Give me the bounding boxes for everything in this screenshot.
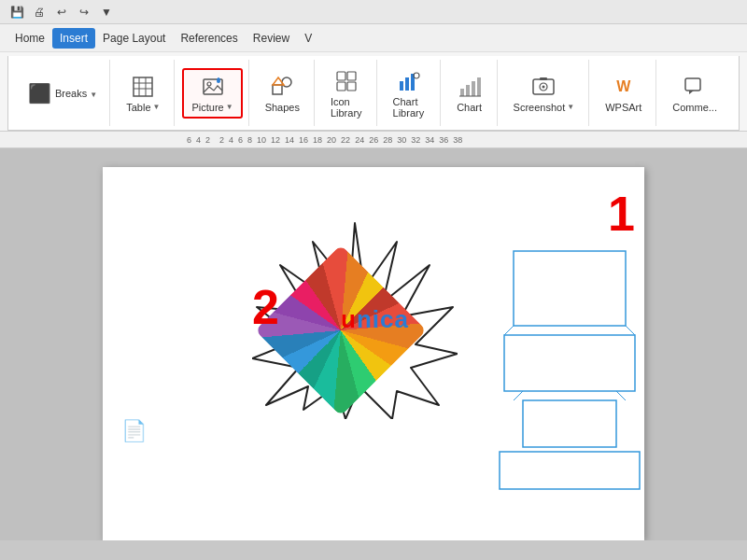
breaks-button[interactable]: ⬛ Breaks ▼ <box>21 79 104 107</box>
svg-line-38 <box>514 391 523 400</box>
ribbon: ⬛ Breaks ▼ <box>0 52 747 132</box>
screenshot-button[interactable]: Screenshot ▼ <box>505 69 584 118</box>
chart-library-label: Chart Library <box>393 96 426 119</box>
svg-rect-24 <box>477 77 481 96</box>
breaks-arrow: ▼ <box>90 91 97 99</box>
comment-icon <box>682 74 708 100</box>
svg-rect-10 <box>273 85 282 94</box>
ribbon-group-breaks: ⬛ Breaks ▼ <box>16 60 110 126</box>
annotation-2: 2 <box>252 279 279 335</box>
svg-point-28 <box>543 85 545 88</box>
svg-rect-13 <box>337 72 345 80</box>
svg-rect-18 <box>405 77 409 91</box>
chart-library-button[interactable]: Chart Library <box>385 63 434 123</box>
svg-rect-32 <box>514 251 626 326</box>
svg-line-36 <box>504 326 514 335</box>
chart-label: Chart <box>457 102 482 113</box>
doc-anchor-icon: 📄 <box>121 419 147 443</box>
ribbon-group-table: Table ▼ <box>112 60 175 126</box>
document-area: 1 📄 2 unica <box>0 148 747 540</box>
svg-rect-34 <box>523 400 616 447</box>
screenshot-icon <box>530 74 557 100</box>
screenshot-arrow: ▼ <box>567 103 574 111</box>
screenshot-label: Screenshot <box>514 102 566 113</box>
svg-point-6 <box>207 82 211 86</box>
breaks-icon: ⬛ <box>28 82 51 105</box>
ribbon-group-screenshot: Screenshot ▼ <box>500 60 590 126</box>
svg-rect-0 <box>134 77 152 96</box>
ribbon-group-shapes: Shapes <box>251 60 315 126</box>
unica-overlay: unica <box>341 305 409 334</box>
svg-line-39 <box>616 391 626 400</box>
ruler: 6 4 2 2 4 6 8 10 12 14 16 18 20 22 24 26… <box>0 132 747 148</box>
comment-button[interactable]: Comme... <box>664 69 726 118</box>
menu-references[interactable]: References <box>173 28 245 49</box>
svg-rect-15 <box>337 82 345 91</box>
shapes-button[interactable]: Shapes <box>257 69 308 118</box>
wpsart-icon: W <box>611 74 637 100</box>
table-label: Table <box>126 102 150 113</box>
menu-more[interactable]: V <box>297 28 319 49</box>
svg-rect-33 <box>504 335 635 391</box>
wpsart-button[interactable]: W WPSArt <box>597 69 650 118</box>
ribbon-group-chart: Chart <box>443 60 498 126</box>
shapes-icon <box>269 74 295 100</box>
svg-rect-14 <box>347 72 356 80</box>
menu-review[interactable]: Review <box>246 28 297 49</box>
table-arrow: ▼ <box>153 103 161 111</box>
breaks-label: Breaks <box>55 88 87 99</box>
picture-arrow: ▼ <box>226 103 233 111</box>
quick-access-toolbar: 💾 🖨 ↩ ↪ ▼ <box>0 0 747 24</box>
menu-bar: Home Insert Page Layout References Revie… <box>0 24 747 52</box>
svg-rect-22 <box>466 85 470 96</box>
chart-icon <box>457 74 483 100</box>
chart-library-icon <box>396 68 422 94</box>
table-button[interactable]: Table ▼ <box>118 69 168 118</box>
undo-button[interactable]: ↩ <box>52 3 71 21</box>
ribbon-group-comment: Comme... <box>658 60 731 126</box>
unica-rest: nica <box>357 305 409 333</box>
unica-u: u <box>341 305 357 333</box>
customize-qat-button[interactable]: ▼ <box>97 3 116 21</box>
icon-library-icon <box>333 68 359 94</box>
wpsart-label: WPSArt <box>605 102 641 113</box>
ribbon-group-icon-library: Icon Library <box>317 60 377 126</box>
menu-insert[interactable]: Insert <box>52 28 95 49</box>
shapes-label: Shapes <box>265 102 300 113</box>
svg-rect-21 <box>460 89 464 96</box>
picture-label: Picture <box>191 102 223 113</box>
print-button[interactable]: 🖨 <box>30 3 49 21</box>
ruler-marks: 6 4 2 2 4 6 8 10 12 14 16 18 20 22 24 26… <box>187 135 462 145</box>
svg-rect-17 <box>400 81 403 91</box>
ribbon-group-chart-library: Chart Library <box>379 60 441 126</box>
picture-icon <box>200 74 226 100</box>
blue-line-art <box>495 242 644 503</box>
svg-rect-30 <box>685 78 700 91</box>
redo-button[interactable]: ↪ <box>75 3 93 21</box>
picture-button[interactable]: Picture ▼ <box>182 68 242 119</box>
svg-rect-35 <box>500 452 640 489</box>
chart-button[interactable]: Chart <box>448 69 491 118</box>
table-icon <box>130 74 156 100</box>
svg-rect-29 <box>540 77 547 80</box>
svg-rect-23 <box>472 81 475 96</box>
ribbon-group-picture: Picture ▼ <box>176 60 248 126</box>
icon-library-label: Icon Library <box>331 96 362 119</box>
document-page[interactable]: 📄 2 unica <box>103 167 644 540</box>
comment-label: Comme... <box>672 102 717 113</box>
menu-page-layout[interactable]: Page Layout <box>95 28 173 49</box>
icon-library-button[interactable]: Icon Library <box>322 63 371 123</box>
annotation-1: 1 <box>608 186 635 242</box>
save-button[interactable]: 💾 <box>7 3 26 21</box>
svg-rect-16 <box>347 82 356 91</box>
ribbon-content: ⬛ Breaks ▼ <box>7 56 740 131</box>
ribbon-group-wpsart: W WPSArt <box>591 60 656 126</box>
svg-line-37 <box>626 326 635 335</box>
menu-home[interactable]: Home <box>7 28 52 49</box>
